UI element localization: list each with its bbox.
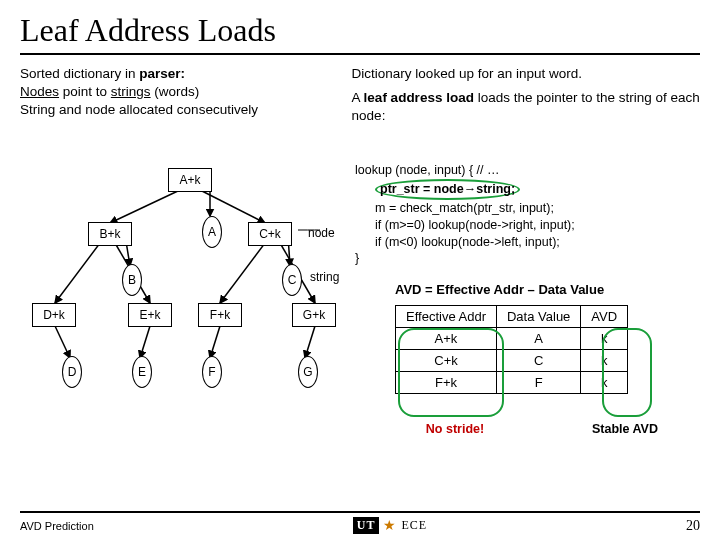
star-icon: ★: [383, 517, 397, 534]
slide-title: Leaf Address Loads: [0, 0, 720, 53]
hdr-eff: Effective Addr: [396, 306, 497, 328]
t: point to: [59, 84, 111, 99]
t: Sorted dictionary in: [20, 66, 139, 81]
code-l3: if (m>=0) lookup(node->right, input);: [375, 217, 700, 234]
code-l2: m = check_match(ptr_str, input);: [375, 200, 700, 217]
str-G: G: [298, 356, 318, 388]
table-row: A+k A k: [396, 328, 628, 350]
node-Dk: D+k: [32, 303, 76, 327]
c: k: [581, 350, 628, 372]
code-l5: }: [355, 250, 700, 267]
code-ptr: ptr_str = node→string;: [375, 179, 520, 200]
footer-left: AVD Prediction: [20, 520, 94, 532]
intro-left: Sorted dictionary in parser: Nodes point…: [20, 65, 352, 126]
c: C+k: [396, 350, 497, 372]
code-l1: lookup (node, input) { // …: [355, 162, 700, 179]
svg-line-3: [55, 243, 100, 303]
page-number: 20: [686, 518, 700, 534]
svg-line-0: [110, 190, 180, 223]
hdr-avd: AVD: [581, 306, 628, 328]
tree-diagram: A+k B+k C+k D+k E+k F+k G+k A B C D E F …: [20, 168, 340, 428]
c: F+k: [396, 372, 497, 394]
logo-ece: ECE: [401, 518, 427, 533]
str-E: E: [132, 356, 152, 388]
node-Gk: G+k: [292, 303, 336, 327]
code-l4: if (m<0) lookup(node->left, input);: [375, 234, 700, 251]
code-block: lookup (node, input) { // … ptr_str = no…: [355, 162, 700, 267]
c: A: [496, 328, 580, 350]
diagram-edges: [20, 168, 340, 428]
logo-ut: UT: [353, 517, 380, 534]
hdr-dv: Data Value: [496, 306, 580, 328]
c: A+k: [396, 328, 497, 350]
c: k: [581, 328, 628, 350]
avd-definition: AVD = Effective Addr – Data Value: [395, 282, 604, 297]
t: String and node allocated consecutively: [20, 101, 342, 119]
table-row: F+k F k: [396, 372, 628, 394]
str-F: F: [202, 356, 222, 388]
str-D: D: [62, 356, 82, 388]
node-Ck: C+k: [248, 222, 292, 246]
label-node: node: [308, 226, 335, 240]
str-C: C: [282, 264, 302, 296]
svg-line-9: [55, 326, 70, 358]
footer-logo: UT ★ ECE: [353, 517, 427, 534]
node-Ek: E+k: [128, 303, 172, 327]
t: Dictionary looked up for an input word.: [352, 65, 700, 83]
svg-line-12: [305, 326, 315, 358]
c: C: [496, 350, 580, 372]
table-row: C+k C k: [396, 350, 628, 372]
svg-line-11: [210, 326, 220, 358]
t: Nodes: [20, 84, 59, 99]
label-string: string: [310, 270, 339, 284]
node-Bk: B+k: [88, 222, 132, 246]
t: leaf address load: [364, 90, 474, 105]
str-B: B: [122, 264, 142, 296]
t: strings: [111, 84, 151, 99]
c: F: [496, 372, 580, 394]
node-Ak: A+k: [168, 168, 212, 192]
title-rule: [20, 53, 700, 55]
intro-columns: Sorted dictionary in parser: Nodes point…: [0, 65, 720, 126]
caption-no-stride: No stride!: [410, 422, 500, 436]
t: A: [352, 90, 364, 105]
intro-right: Dictionary looked up for an input word. …: [352, 65, 700, 126]
node-Fk: F+k: [198, 303, 242, 327]
svg-line-10: [140, 326, 150, 358]
svg-line-6: [220, 243, 265, 303]
str-A: A: [202, 216, 222, 248]
caption-stable: Stable AVD: [580, 422, 670, 436]
avd-table: Effective Addr Data Value AVD A+k A k C+…: [395, 305, 628, 394]
t: parser:: [139, 66, 185, 81]
c: k: [581, 372, 628, 394]
t: (words): [151, 84, 200, 99]
table-row: Effective Addr Data Value AVD: [396, 306, 628, 328]
footer: AVD Prediction UT ★ ECE 20: [20, 511, 700, 534]
